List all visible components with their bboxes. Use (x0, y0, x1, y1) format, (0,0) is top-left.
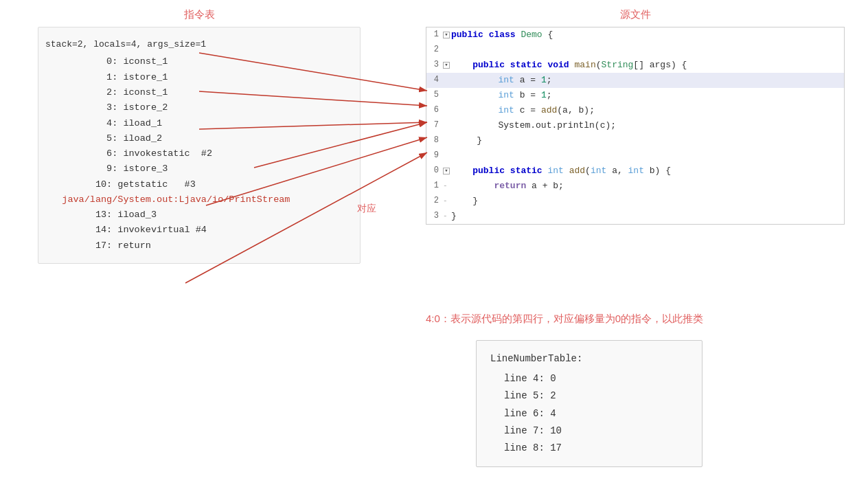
source-line-2: 2 (426, 43, 844, 58)
line-code: } (454, 134, 844, 148)
instr-2: 2: iconst_1 (45, 85, 353, 100)
source-line-6: 6 int c = add(a, b); (426, 103, 844, 118)
instruction-meta: stack=2, locals=4, args_size=1 (45, 37, 353, 52)
line-code: int c = add(a, b); (454, 104, 844, 118)
source-line-12: 2 - } (426, 194, 844, 209)
line-number: 1 (426, 28, 443, 41)
bottom-annotation: 4:0：表示源代码的第四行，对应偏移量为0的指令，以此推类 (426, 313, 703, 326)
fold-icon[interactable]: ▾ (443, 32, 450, 38)
line-code: } (450, 210, 844, 224)
lnt-entry-3: line 7: 10 (490, 422, 688, 440)
source-box: 1 ▾ public class Demo { 2 3 ▾ public sta… (426, 27, 845, 225)
instr-1: 1: istore_1 (45, 70, 353, 85)
line-code: public static void main(String[] args) { (450, 58, 844, 73)
correspondence-label: 对应 (357, 203, 376, 215)
line-number: 9 (426, 149, 443, 162)
line-number: 7 (426, 119, 443, 132)
lnt-entry-0: line 4: 0 (490, 370, 688, 387)
line-code: public class Demo { (450, 28, 844, 43)
instr-3: 3: istore_2 (45, 100, 353, 115)
instr-10: 10: getstatic #3 (45, 177, 353, 192)
lnt-box: LineNumberTable: line 4: 0 line 5: 2 lin… (476, 340, 703, 467)
source-line-11: 1 - return a + b; (426, 179, 844, 194)
line-number: 1 (426, 179, 443, 192)
source-line-10: 0 ▾ public static int add(int a, int b) … (426, 163, 844, 179)
instr-ref: java/lang/System.out:Ljava/io/PrintStrea… (45, 192, 353, 207)
line-dash: - (443, 195, 450, 207)
instr-6: 6: invokestatic #2 (45, 146, 353, 161)
line-number: 6 (426, 104, 443, 117)
line-dash: - (443, 210, 450, 223)
instr-14: 14: invokevirtual #4 (45, 223, 353, 238)
instr-0: 0: iconst_1 (45, 54, 353, 69)
instr-17: 17: return (45, 238, 353, 253)
lnt-entry-1: line 5: 2 (490, 387, 688, 405)
line-number: 3 (426, 58, 443, 71)
instr-9: 9: istore_3 (45, 161, 353, 177)
line-number: 2 (426, 43, 443, 56)
instr-4: 4: iload_1 (45, 116, 353, 131)
source-line-7: 7 System.out.println(c); (426, 118, 844, 133)
instr-5: 5: iload_2 (45, 131, 353, 146)
left-panel: 指令表 stack=2, locals=4, args_size=1 0: ic… (38, 8, 361, 264)
source-line-3: 3 ▾ public static void main(String[] arg… (426, 58, 844, 73)
line-code: } (450, 194, 844, 209)
lnt-entry-2: line 6: 4 (490, 405, 688, 422)
left-panel-title: 指令表 (38, 8, 361, 21)
line-code: System.out.println(c); (454, 119, 844, 133)
fold-icon[interactable]: ▾ (443, 168, 450, 174)
instruction-box: stack=2, locals=4, args_size=1 0: iconst… (38, 27, 361, 264)
right-panel: 源文件 1 ▾ public class Demo { 2 3 ▾ public… (426, 8, 845, 225)
instr-13: 13: iload_3 (45, 207, 353, 223)
lnt-entry-4: line 8: 17 (490, 440, 688, 457)
source-line-5: 5 int b = 1; (426, 88, 844, 103)
line-code: public static int add(int a, int b) { (450, 164, 844, 179)
lnt-title: LineNumberTable: (490, 350, 688, 368)
line-number: 2 (426, 194, 443, 207)
line-number: 8 (426, 134, 443, 147)
line-number: 5 (426, 89, 443, 102)
source-line-1: 1 ▾ public class Demo { (426, 27, 844, 43)
line-number: 3 (426, 210, 443, 223)
source-line-8: 8 } (426, 133, 844, 148)
line-code: int b = 1; (454, 89, 844, 103)
right-panel-title: 源文件 (426, 8, 845, 21)
source-line-4: 4 int a = 1; (426, 73, 844, 88)
line-number: 0 (426, 164, 443, 177)
line-code: int a = 1; (454, 74, 844, 88)
fold-icon[interactable]: ▾ (443, 62, 450, 69)
source-line-9: 9 (426, 148, 844, 163)
line-number: 4 (426, 74, 443, 87)
source-line-13: 3 - } (426, 209, 844, 224)
line-dash: - (443, 180, 450, 192)
line-code: return a + b; (450, 179, 844, 194)
